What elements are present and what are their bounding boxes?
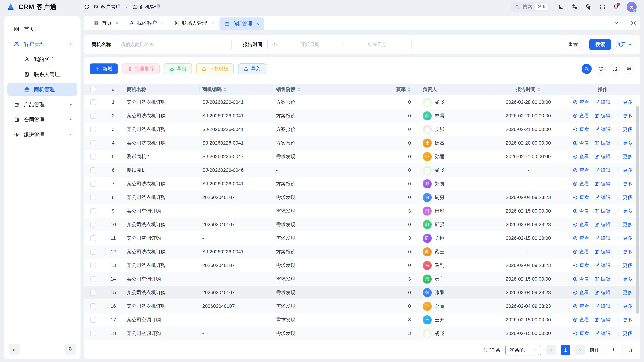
table-row[interactable]: 15 某公司洗衣机订购 202602040107 需求发现 0 张 张鹏 202… <box>84 286 640 299</box>
select-all-checkbox[interactable] <box>90 87 96 92</box>
add-button[interactable]: 新增 <box>90 64 118 74</box>
goto-page-input[interactable] <box>604 345 623 355</box>
edit-link[interactable]: 编辑 <box>594 289 611 296</box>
more-link[interactable]: ⋮ 更多 <box>616 126 632 133</box>
close-tab-icon[interactable]: × <box>256 21 260 27</box>
tab-my-customers[interactable]: 我的客户 × <box>124 16 169 30</box>
row-checkbox[interactable] <box>90 222 96 228</box>
column-code[interactable]: 商机编码 <box>200 84 273 95</box>
table-row[interactable]: 14 某公司空调订购 - 需求发现 3 秦 秦宇 2026-02-15 00:0… <box>84 272 640 286</box>
sidebar-item-home[interactable]: 首页 <box>8 22 77 36</box>
row-checkbox[interactable] <box>90 113 96 119</box>
refresh-table-button[interactable] <box>596 64 606 74</box>
row-checkbox[interactable] <box>90 331 96 336</box>
row-checkbox[interactable] <box>90 140 96 146</box>
column-win-rate[interactable]: 赢率 <box>352 84 414 95</box>
more-link[interactable]: ⋮ 更多 <box>616 330 632 337</box>
prev-page-button[interactable]: ‹ <box>546 345 556 355</box>
close-tab-icon[interactable]: × <box>116 20 119 26</box>
more-link[interactable]: ⋮ 更多 <box>616 208 632 214</box>
row-checkbox[interactable] <box>90 249 96 255</box>
sidebar-item-contracts[interactable]: 合同管理 <box>8 113 77 127</box>
row-checkbox[interactable] <box>90 99 96 105</box>
more-link[interactable]: ⋮ 更多 <box>616 140 632 146</box>
quick-search-button[interactable] <box>582 64 592 74</box>
sort-icon[interactable] <box>408 87 411 92</box>
more-link[interactable]: ⋮ 更多 <box>616 194 632 201</box>
global-search[interactable]: 搜索 ⌘ K <box>510 2 550 12</box>
view-link[interactable]: 查看 <box>573 330 589 337</box>
user-avatar[interactable]: 黄 <box>626 2 636 12</box>
tab-contacts[interactable]: 联系人管理 × <box>169 16 219 30</box>
view-link[interactable]: 查看 <box>573 112 589 119</box>
view-link[interactable]: 查看 <box>573 208 589 214</box>
translate-icon[interactable] <box>572 4 578 10</box>
table-row[interactable]: 17 某公司空调订购 - 需求发现 3 王 王芳 2026-02-15 00:0… <box>84 313 640 326</box>
sidebar-item-my-customers[interactable]: 我的客户 <box>8 52 77 66</box>
next-page-button[interactable]: › <box>575 345 585 355</box>
table-row[interactable]: 18 某公司空调订购 - 需求发现 3 杨 杨飞 2026-02-15 00:0… <box>84 326 640 340</box>
view-link[interactable]: 查看 <box>573 167 589 173</box>
current-page-button[interactable]: 1 <box>561 345 570 355</box>
export-button[interactable]: 导出 <box>164 64 192 74</box>
more-link[interactable]: ⋮ 更多 <box>616 235 632 242</box>
row-checkbox[interactable] <box>90 154 96 159</box>
table-row[interactable]: 12 某公司洗衣机订购 SJ-20260226-0041 方案报价 0 蔡 蔡云… <box>84 245 640 259</box>
more-link[interactable]: ⋮ 更多 <box>616 289 632 296</box>
more-link[interactable]: ⋮ 更多 <box>616 316 632 323</box>
row-checkbox[interactable] <box>90 235 96 241</box>
notifications-icon[interactable] <box>613 4 619 10</box>
table-scrollbar[interactable] <box>636 106 639 314</box>
edit-link[interactable]: 编辑 <box>594 167 611 173</box>
edit-link[interactable]: 编辑 <box>594 330 611 337</box>
sidebar-item-products[interactable]: 产品管理 <box>8 98 77 111</box>
more-link[interactable]: ⋮ 更多 <box>616 99 632 106</box>
sidebar-item-customer-mgmt[interactable]: 客户管理 <box>8 37 77 51</box>
edit-link[interactable]: 编辑 <box>594 303 611 310</box>
sort-icon[interactable] <box>224 87 227 92</box>
view-link[interactable]: 查看 <box>573 153 589 160</box>
edit-link[interactable]: 编辑 <box>594 235 611 242</box>
expand-filters-link[interactable]: 展开 <box>616 41 632 48</box>
download-template-button[interactable]: 下载模板 <box>196 64 234 74</box>
breadcrumb-opportunity-mgmt[interactable]: 商机管理 <box>132 4 160 11</box>
opportunity-name-input[interactable] <box>116 39 232 50</box>
view-link[interactable]: 查看 <box>573 221 589 228</box>
table-row[interactable]: 7 某公司洗衣机订购 SJ-20260226-0041 方案报价 0 郑 郑凯 … <box>84 177 640 191</box>
row-checkbox[interactable] <box>90 167 96 173</box>
view-link[interactable]: 查看 <box>573 289 589 296</box>
breadcrumb-customer-mgmt[interactable]: 客户管理 <box>93 4 121 11</box>
edit-link[interactable]: 编辑 <box>594 140 611 146</box>
more-link[interactable]: ⋮ 更多 <box>616 221 632 228</box>
tab-opportunities[interactable]: 商机管理 × <box>220 18 264 30</box>
table-row[interactable]: 9 某公司空调订购 - 需求发现 3 田 田静 2026-02-15 00:00… <box>84 204 640 218</box>
sidebar-item-followups[interactable]: 跟进管理 <box>8 128 77 142</box>
edit-link[interactable]: 编辑 <box>594 126 611 133</box>
table-row[interactable]: 5 测试商机2 SJ-20260226-0047 需求发现 0 孙 孙丽 202… <box>84 150 640 163</box>
sort-icon[interactable] <box>298 87 300 92</box>
table-row[interactable]: 16 某公司洗衣机订购 202602040107 需求发现 0 孙 孙丽 202… <box>84 299 640 313</box>
sidebar-item-opportunities[interactable]: 商机管理 <box>8 83 77 96</box>
import-button[interactable]: 导入 <box>238 64 266 74</box>
more-link[interactable]: ⋮ 更多 <box>616 262 632 269</box>
edit-link[interactable]: 编辑 <box>594 153 611 160</box>
sort-icon[interactable] <box>538 87 540 92</box>
edit-link[interactable]: 编辑 <box>594 276 611 282</box>
sidebar-item-contacts[interactable]: 联系人管理 <box>8 68 77 81</box>
edit-link[interactable]: 编辑 <box>594 262 611 269</box>
view-link[interactable]: 查看 <box>573 194 589 201</box>
edit-link[interactable]: 编辑 <box>594 249 611 255</box>
row-checkbox[interactable] <box>90 208 96 214</box>
table-row[interactable]: 13 某公司洗衣机订购 202602040107 需求发现 0 马 马刚 202… <box>84 259 640 272</box>
more-link[interactable]: ⋮ 更多 <box>616 249 632 255</box>
more-link[interactable]: ⋮ 更多 <box>616 276 632 282</box>
table-row[interactable]: 4 某公司洗衣机订购 SJ-20260226-0041 方案报价 0 徐 徐杰 … <box>84 136 640 150</box>
row-checkbox[interactable] <box>90 181 96 187</box>
view-link[interactable]: 查看 <box>573 276 589 282</box>
table-row[interactable]: 1 某公司洗衣机订购 SJ-20260226-0041 方案报价 0 杨 杨飞 … <box>84 95 640 109</box>
view-link[interactable]: 查看 <box>573 262 589 269</box>
table-row[interactable]: 3 某公司洗衣机订购 SJ-20260226-0041 方案报价 0 吴 吴强 … <box>84 123 640 136</box>
dark-mode-icon[interactable] <box>558 4 564 10</box>
view-link[interactable]: 查看 <box>573 126 589 133</box>
edit-link[interactable]: 编辑 <box>594 208 611 214</box>
